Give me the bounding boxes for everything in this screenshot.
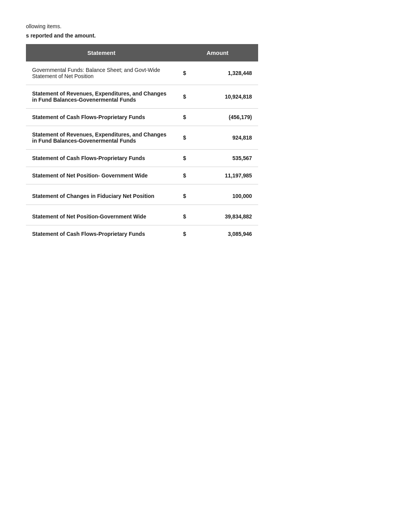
intro-line1: ollowing items. [26,23,385,29]
table-row: Statement of Cash Flows-Proprietary Fund… [26,225,258,243]
dollar-sign: $ [177,167,187,184]
statement-cell: Statement of Cash Flows-Proprietary Fund… [26,225,177,243]
statement-cell: Statement of Revenues, Expenditures, and… [26,126,177,150]
intro-line2: s reported and the amount. [26,32,385,39]
dollar-sign: $ [177,150,187,167]
statement-cell: Statement of Cash Flows-Proprietary Fund… [26,150,177,167]
table-row: Statement of Changes in Fiduciary Net Po… [26,188,258,205]
amount-value: 11,197,985 [187,167,258,184]
row-spacer [26,184,258,188]
table-row: Statement of Cash Flows-Proprietary Fund… [26,109,258,126]
row-spacer [26,205,258,208]
statement-cell: Governmental Funds: Balance Sheet; and G… [26,61,177,85]
dollar-sign: $ [177,109,187,126]
table-row: Statement of Revenues, Expenditures, and… [26,126,258,150]
table-row: Statement of Revenues, Expenditures, and… [26,85,258,109]
table-header-row: Statement Amount [26,44,258,61]
amount-value: 3,085,946 [187,225,258,243]
statement-cell: Statement of Revenues, Expenditures, and… [26,85,177,109]
statement-header: Statement [26,44,177,61]
dollar-sign: $ [177,126,187,150]
page-container: ollowing items. s reported and the amoun… [0,0,411,266]
dollar-sign: $ [177,85,187,109]
amount-header: Amount [177,44,258,61]
amount-value: 10,924,818 [187,85,258,109]
dollar-sign: $ [177,225,187,243]
statement-cell: Statement of Changes in Fiduciary Net Po… [26,188,177,205]
amount-value: 535,567 [187,150,258,167]
dollar-sign: $ [177,188,187,205]
dollar-sign: $ [177,61,187,85]
table-row: Statement of Cash Flows-Proprietary Fund… [26,150,258,167]
amount-value: 924,818 [187,126,258,150]
amount-value: 1,328,448 [187,61,258,85]
table-row: Statement of Net Position- Government Wi… [26,167,258,184]
main-table: Statement Amount Governmental Funds: Bal… [26,44,258,242]
statement-cell: Statement of Cash Flows-Proprietary Fund… [26,109,177,126]
table-row: Statement of Net Position-Government Wid… [26,208,258,225]
statement-cell: Statement of Net Position- Government Wi… [26,167,177,184]
table-row: Governmental Funds: Balance Sheet; and G… [26,61,258,85]
amount-value: 100,000 [187,188,258,205]
amount-value: 39,834,882 [187,208,258,225]
amount-value: (456,179) [187,109,258,126]
statement-cell: Statement of Net Position-Government Wid… [26,208,177,225]
dollar-sign: $ [177,208,187,225]
